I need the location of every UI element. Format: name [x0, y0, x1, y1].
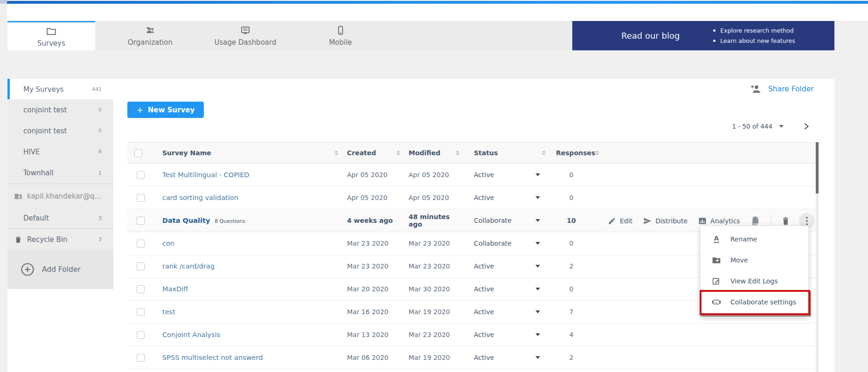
col-header-survey-name[interactable]: Survey Name: [154, 149, 343, 157]
sort-icon[interactable]: [396, 151, 400, 155]
tab-usage-dashboard[interactable]: Usage Dashboard: [200, 21, 291, 50]
row-checkbox[interactable]: [137, 331, 145, 339]
col-header-created[interactable]: Created: [343, 149, 405, 157]
vertical-scrollbar[interactable]: [816, 142, 819, 372]
menu-item-collaborate-settings[interactable]: Collaborate settings: [701, 291, 808, 312]
survey-name-link[interactable]: SPSS multiselect not answerd: [162, 354, 263, 361]
col-header-responses[interactable]: Responses: [550, 149, 592, 157]
row-checkbox[interactable]: [137, 240, 145, 248]
sidebar-item-conjoint-test-2[interactable]: conjoint test0: [7, 120, 113, 141]
delete-survey-button[interactable]: [781, 216, 790, 226]
menu-item-rename[interactable]: A Rename: [701, 228, 808, 249]
responses-cell: 0: [550, 194, 592, 201]
menu-item-view-edit-logs[interactable]: View Edit Logs: [701, 270, 808, 291]
status-dropdown-caret[interactable]: [535, 288, 540, 290]
sort-icon[interactable]: [542, 151, 546, 155]
edit-logs-icon: [712, 276, 721, 286]
row-checkbox[interactable]: [137, 217, 145, 225]
plus-circle-icon: [21, 262, 35, 276]
folders-sidebar: My Surveys441 conjoint test0 conjoint te…: [7, 79, 113, 372]
actions-divider: [771, 215, 771, 227]
modified-cell: Mar 30 2020: [405, 285, 464, 293]
survey-name-link[interactable]: Conjoint Analysis: [162, 331, 220, 338]
scrollbar-thumb[interactable]: [816, 142, 819, 193]
sidebar-item-conjoint-test-1[interactable]: conjoint test0: [7, 99, 113, 120]
responses-cell: 2: [550, 262, 592, 270]
analytics-button[interactable]: Analytics: [698, 217, 740, 225]
blog-banner[interactable]: Read our blog Explore research method Le…: [572, 21, 834, 50]
sort-icon[interactable]: [595, 151, 599, 155]
survey-name-link[interactable]: rank /card/drag: [162, 262, 215, 270]
responses-cell: 10: [550, 217, 592, 224]
status-dropdown-caret[interactable]: [535, 333, 540, 336]
sidebar-item-townhall[interactable]: Townhall1: [7, 162, 113, 184]
row-checkbox[interactable]: [137, 285, 145, 293]
col-header-status[interactable]: Status: [464, 149, 550, 157]
rename-icon: A: [712, 234, 721, 244]
sidebar-item-recycle-bin[interactable]: Recycle Bin 3: [7, 229, 113, 250]
menu-item-label: Collaborate settings: [730, 298, 796, 306]
tab-label: Surveys: [37, 39, 65, 48]
status-value: Active: [474, 171, 494, 179]
analytics-label: Analytics: [710, 217, 740, 225]
tab-mobile[interactable]: Mobile: [291, 21, 390, 50]
person-add-icon: [750, 84, 762, 94]
menu-item-move[interactable]: Move: [701, 249, 808, 270]
tab-organization[interactable]: Organization: [101, 21, 200, 50]
share-folder-button[interactable]: Share Folder: [750, 84, 814, 94]
smartphone-icon: [335, 25, 346, 36]
top-white-strip: [7, 4, 868, 21]
pagination-range[interactable]: 1 - 50 of 444: [732, 123, 772, 130]
survey-name-link[interactable]: Data Quality: [162, 217, 210, 224]
survey-name-link[interactable]: test: [162, 308, 175, 316]
sort-icon[interactable]: [456, 151, 459, 155]
status-value: Active: [474, 331, 494, 338]
row-checkbox[interactable]: [137, 171, 145, 179]
tab-surveys[interactable]: Surveys: [7, 21, 95, 50]
copy-survey-button[interactable]: [751, 216, 760, 226]
sidebar-item-shared-folder[interactable]: kapil.khandekar@que…: [7, 184, 113, 208]
folder-label: conjoint test: [23, 127, 95, 135]
status-dropdown-caret[interactable]: [535, 310, 540, 313]
survey-name-link[interactable]: MaxDiff: [162, 285, 188, 293]
next-page-chevron-icon[interactable]: [803, 123, 810, 130]
sidebar-item-my-surveys[interactable]: My Surveys441: [7, 79, 113, 100]
created-cell: Mar 13 2020: [343, 331, 405, 338]
edit-button[interactable]: Edit: [608, 217, 632, 225]
tab-label: Usage Dashboard: [215, 38, 277, 47]
sidebar-item-hive[interactable]: HIVE6: [7, 141, 113, 162]
page-size-caret-icon[interactable]: [779, 125, 784, 128]
status-value: Active: [474, 285, 494, 293]
survey-name-link[interactable]: card sorting validation: [162, 194, 238, 201]
status-dropdown-caret[interactable]: [535, 242, 540, 245]
sort-icon[interactable]: [334, 151, 338, 155]
status-dropdown-caret[interactable]: [535, 196, 540, 199]
survey-name-link[interactable]: con: [162, 240, 174, 247]
survey-name-link[interactable]: Test Multilingual - COPIED: [162, 171, 250, 179]
row-checkbox[interactable]: [137, 262, 145, 270]
row-checkbox[interactable]: [137, 194, 145, 202]
status-dropdown-caret[interactable]: [535, 219, 540, 222]
blog-banner-title[interactable]: Read our blog: [621, 31, 680, 41]
select-all-checkbox[interactable]: [134, 149, 142, 157]
distribute-button[interactable]: Distribute: [643, 217, 687, 225]
row-checkbox[interactable]: [137, 308, 145, 316]
status-dropdown-caret[interactable]: [535, 265, 540, 268]
table-row[interactable]: card sorting validation Apr 05 2020 Apr …: [127, 186, 819, 209]
created-cell: Mar 20 2020: [343, 285, 405, 293]
status-value: Collaborate: [474, 240, 512, 247]
status-dropdown-caret[interactable]: [535, 356, 540, 359]
table-row[interactable]: SPSS multiselect not answerd Mar 06 2020…: [127, 346, 819, 369]
table-row[interactable]: Conjoint Analysis Mar 13 2020 Mar 23 202…: [127, 324, 819, 346]
trash-icon: [14, 235, 22, 244]
browser-corner-strip: [0, 0, 7, 4]
add-folder-button[interactable]: Add Folder: [7, 250, 113, 289]
new-survey-button[interactable]: + New Survey: [127, 102, 204, 118]
col-header-modified[interactable]: Modified: [405, 149, 464, 157]
row-checkbox[interactable]: [137, 354, 145, 362]
copy-icon: [751, 216, 760, 226]
status-dropdown-caret[interactable]: [535, 173, 540, 176]
dashboard-card-icon: [240, 25, 251, 36]
table-row[interactable]: Test Multilingual - COPIED Apr 05 2020 A…: [127, 164, 819, 186]
sidebar-item-default[interactable]: Default3: [7, 208, 113, 228]
